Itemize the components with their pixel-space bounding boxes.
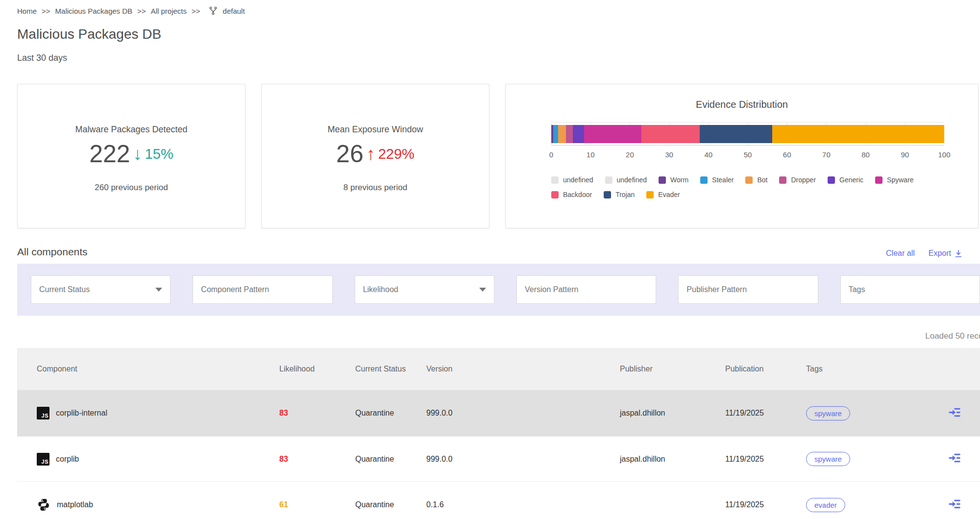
clear-all-link[interactable]: Clear all (886, 249, 915, 258)
tag-pill[interactable]: spyware (806, 406, 850, 420)
breadcrumb-current[interactable]: default (223, 7, 245, 15)
component-pattern-input[interactable]: Component Pattern (193, 275, 332, 304)
legend-label: Stealer (712, 176, 734, 184)
bar-segment-dropper (566, 125, 573, 143)
caret-down-icon (479, 288, 486, 292)
x-tick-label: 40 (704, 150, 712, 159)
page-subtitle: Last 30 days (17, 53, 980, 63)
legend-swatch (779, 176, 786, 184)
components-section-header: All components Clear all Export (17, 246, 963, 258)
col-header-version: Version (426, 365, 620, 373)
breadcrumb-separator: >> (192, 7, 200, 15)
x-tick-label: 30 (665, 150, 673, 159)
legend-item-trojan[interactable]: Trojan (604, 191, 635, 198)
x-tick-label: 50 (744, 150, 752, 159)
legend-label: Worm (670, 176, 688, 184)
section-title: All components (17, 246, 88, 258)
legend-row-1: undefinedundefinedWormStealerBotDropperG… (551, 176, 944, 184)
breadcrumb-all-projects[interactable]: All projects (151, 7, 187, 15)
legend-item-evader[interactable]: Evader (646, 191, 680, 198)
x-tick-label: 100 (938, 150, 950, 159)
table-row[interactable]: JS corplib 83 Quarantine 999.0.0 jaspal.… (17, 437, 980, 482)
open-details-icon[interactable] (948, 497, 961, 511)
legend-item-backdoor[interactable]: Backdoor (551, 191, 592, 198)
tag-pill[interactable]: evader (806, 498, 845, 512)
filter-band: Current Status Component Pattern Likelih… (17, 264, 980, 316)
table-row[interactable]: JS corplib-internal 83 Quarantine 999.0.… (17, 390, 980, 437)
legend-label: Spyware (887, 176, 913, 184)
filter-label: Current Status (39, 285, 90, 294)
publication-date: 11/19/2025 (725, 500, 806, 509)
legend-label: undefined (617, 176, 647, 184)
table-header: Component Likelihood Current Status Vers… (17, 348, 980, 390)
kpi-value: 222 (89, 140, 130, 168)
javascript-icon: JS (37, 407, 49, 420)
x-tick-label: 10 (587, 150, 595, 159)
current-status: Quarantine (355, 455, 426, 464)
publisher: jaspal.dhillon (620, 409, 725, 418)
caret-down-icon (155, 288, 162, 292)
evidence-distribution-card: Evidence Distribution 010203040506070809… (505, 84, 979, 228)
publisher: jaspal.dhillon (620, 455, 725, 464)
component-name: matplotlab (57, 500, 93, 509)
version-pattern-input[interactable]: Version Pattern (516, 275, 656, 304)
legend-label: Dropper (791, 176, 816, 184)
publication-date: 11/19/2025 (725, 409, 806, 418)
version: 999.0.0 (426, 455, 620, 464)
legend-row-2: BackdoorTrojanEvader (551, 191, 944, 198)
legend-swatch (875, 176, 882, 184)
open-details-icon[interactable] (948, 406, 961, 419)
legend-item-undefined[interactable]: undefined (551, 176, 593, 184)
legend-swatch (828, 176, 835, 184)
kpi-trend-pct: 15% (145, 146, 173, 162)
python-icon (37, 498, 50, 512)
current-status-filter[interactable]: Current Status (31, 275, 171, 304)
legend-item-bot[interactable]: Bot (745, 176, 767, 184)
tag-pill[interactable]: spyware (806, 452, 850, 466)
legend-item-stealer[interactable]: Stealer (700, 176, 734, 184)
legend-item-undefined[interactable]: undefined (605, 176, 647, 184)
open-details-icon[interactable] (948, 451, 961, 465)
trend-up-icon: ↑ (367, 145, 375, 163)
chart-title: Evidence Distribution (506, 99, 978, 110)
col-header-component: Component (37, 365, 279, 373)
component-name: corplib (56, 455, 79, 464)
publication-date: 11/19/2025 (725, 455, 806, 464)
export-link[interactable]: Export (929, 249, 963, 258)
kpi-card-mean-exposure: Mean Exposure Window 26 ↑ 229% 8 previou… (261, 84, 490, 228)
tags-input[interactable]: Tags (840, 275, 980, 304)
trend-down-icon: ↓ (133, 145, 142, 163)
filter-placeholder: Version Pattern (525, 285, 578, 294)
x-tick-label: 80 (861, 150, 870, 159)
table-row[interactable]: matplotlab 61 Quarantine 0.1.6 11/19/202… (17, 482, 980, 519)
legend-swatch (745, 176, 753, 184)
filter-placeholder: Component Pattern (201, 285, 269, 294)
bar-segment-stealer (553, 125, 558, 143)
col-header-current-status: Current Status (355, 365, 426, 373)
legend-item-dropper[interactable]: Dropper (779, 176, 816, 184)
legend-label: Backdoor (563, 191, 592, 198)
x-tick-label: 20 (626, 150, 634, 159)
legend-item-generic[interactable]: Generic (828, 176, 863, 184)
legend-swatch (700, 176, 708, 184)
legend-swatch (659, 176, 666, 184)
kpi-trend-pct: 229% (378, 146, 415, 162)
component-name: corplib-internal (56, 409, 107, 418)
bar-segment-generic (573, 125, 584, 143)
version: 999.0.0 (426, 409, 620, 418)
filter-placeholder: Tags (849, 285, 865, 294)
loaded-records-status: Loaded 50 records (17, 331, 980, 341)
kpi-value-row: 26 ↑ 229% (336, 140, 415, 168)
likelihood-filter[interactable]: Likelihood (355, 275, 494, 304)
publisher-pattern-input[interactable]: Publisher Pattern (678, 275, 818, 304)
legend-swatch (646, 191, 654, 198)
legend-item-worm[interactable]: Worm (659, 176, 688, 184)
breadcrumb-malicious-packages-db[interactable]: Malicious Packages DB (55, 7, 133, 15)
bar-segment-bot (558, 125, 566, 143)
bar-segment-evader (772, 125, 944, 143)
likelihood-value: 83 (279, 409, 355, 418)
export-label: Export (929, 249, 951, 258)
breadcrumb-home[interactable]: Home (17, 7, 37, 15)
breadcrumb: Home >> Malicious Packages DB >> All pro… (17, 6, 980, 16)
legend-item-spyware[interactable]: Spyware (875, 176, 913, 184)
